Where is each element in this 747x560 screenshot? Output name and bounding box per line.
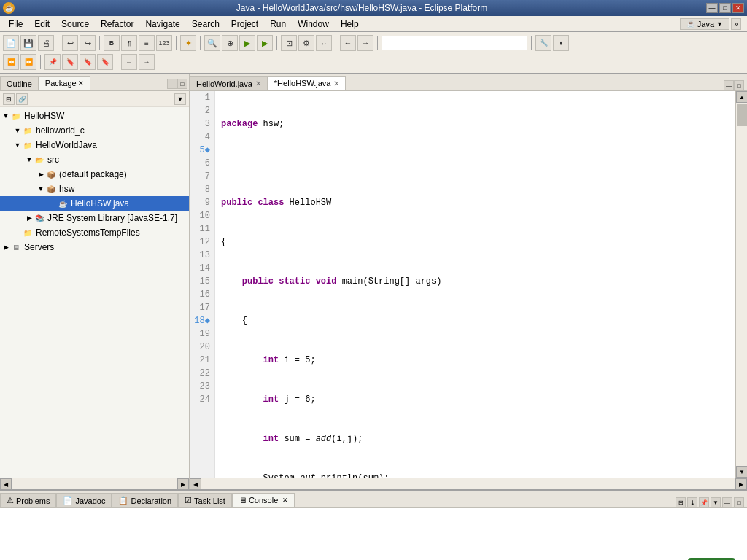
tb-ext[interactable]: ⊡: [281, 35, 297, 51]
sidebar-menu[interactable]: ▼: [174, 93, 186, 105]
bottom-opts-btn[interactable]: ▼: [711, 497, 721, 508]
console-tab-close[interactable]: ✕: [282, 497, 288, 504]
tb-opt1[interactable]: 🔧: [535, 35, 551, 51]
perspective-java[interactable]: ☕ Java ▼: [680, 18, 729, 30]
menu-project[interactable]: Project: [225, 18, 264, 31]
bottom-max-btn[interactable]: □: [734, 497, 744, 508]
tb-r2-6[interactable]: 🔖: [97, 54, 113, 70]
editor-tab-close-2[interactable]: ✕: [333, 79, 339, 88]
menu-file[interactable]: File: [3, 18, 28, 31]
package-icon: 📦: [45, 168, 57, 180]
menu-navigate[interactable]: Navigate: [139, 18, 185, 31]
menu-refactor[interactable]: Refactor: [95, 18, 139, 31]
editor-scroll-track-v[interactable]: [736, 103, 747, 466]
tb-save[interactable]: 💾: [20, 35, 36, 51]
menu-run[interactable]: Run: [264, 18, 292, 31]
perspective-menu[interactable]: »: [731, 18, 741, 30]
tb-run[interactable]: ▶: [257, 35, 273, 51]
tree-item-helloworld-c[interactable]: ▼ 📁 helloworld_c: [0, 123, 189, 138]
tb-redo[interactable]: ↪: [80, 35, 96, 51]
package-tab-close[interactable]: ✕: [78, 79, 84, 87]
editor-scroll-right[interactable]: ▶: [735, 478, 747, 489]
editor-hscroll-track[interactable]: [201, 478, 735, 489]
bottom-tab-javadoc[interactable]: 📄 Javadoc: [56, 493, 112, 508]
tree-item-hellohsw-java[interactable]: ☕ HelloHSW.java: [0, 196, 189, 211]
bottom-clear-btn[interactable]: ⊟: [676, 497, 686, 508]
line-numbers: 1 2 3 4 5◆ 6 7 8 9 10 11 12 13 14 15 16: [190, 91, 215, 478]
minimize-button[interactable]: —: [706, 3, 718, 13]
tb-runconfig[interactable]: ▶: [239, 35, 255, 51]
tree-item-helloworldjava[interactable]: ▼ 📁 HelloWorldJava: [0, 138, 189, 152]
tb-b1[interactable]: B: [104, 35, 120, 51]
tree-item-hsw[interactable]: ▼ 📦 hsw: [0, 182, 189, 196]
editor-scroll-up[interactable]: ▲: [736, 91, 747, 103]
tree-item-servers[interactable]: ▶ 🖥 Servers: [0, 240, 189, 254]
tree-item-src[interactable]: ▼ 📂 src: [0, 152, 189, 167]
sidebar-scroll-right[interactable]: ▶: [177, 478, 189, 489]
tb-print[interactable]: 🖨: [38, 35, 54, 51]
code-line-1: package hsw;: [221, 117, 735, 131]
code-editor[interactable]: 1 2 3 4 5◆ 6 7 8 9 10 11 12 13 14 15 16: [190, 91, 747, 478]
menu-source[interactable]: Source: [55, 18, 95, 31]
tb-mark[interactable]: ✦: [180, 35, 196, 51]
tab-package[interactable]: Package ✕: [39, 76, 90, 90]
bottom-tab-console[interactable]: 🖥 Console ✕: [232, 493, 295, 508]
tb-r2-5[interactable]: 🔖: [80, 54, 96, 70]
sidebar-hscrollbar[interactable]: ◀ ▶: [0, 478, 189, 489]
tb-ext3[interactable]: ↔: [316, 35, 332, 51]
sidebar-collapse-all[interactable]: ⊟: [3, 93, 15, 105]
sidebar-scroll-track[interactable]: [12, 478, 177, 489]
tree-item-hellohsw[interactable]: ▼ 📁 HelloHSW: [0, 109, 189, 123]
editor-tab-close-1[interactable]: ✕: [255, 79, 261, 88]
tab-hellohsw-java[interactable]: *HelloHSW.java ✕: [268, 76, 347, 90]
tb-search[interactable]: 🔍: [204, 35, 220, 51]
tb-r2-1[interactable]: ⏪: [3, 54, 19, 70]
bottom-pin-btn[interactable]: 📌: [699, 497, 709, 508]
tb-r2-3[interactable]: 📌: [44, 54, 61, 70]
tree-item-default-pkg[interactable]: ▶ 📦 (default package): [0, 167, 189, 182]
bottom-scroll-end[interactable]: ⤓: [687, 497, 697, 508]
tree-item-jre[interactable]: ▶ 📚 JRE System Library [JavaSE-1.7]: [0, 211, 189, 225]
editor-hscrollbar[interactable]: ◀ ▶: [190, 478, 747, 489]
menu-help[interactable]: Help: [335, 18, 365, 31]
tb-opt2[interactable]: ♦: [553, 35, 569, 51]
tb-next[interactable]: →: [357, 35, 374, 51]
javadoc-label: Javadoc: [75, 497, 105, 505]
menu-edit[interactable]: Edit: [28, 18, 55, 31]
editor-min-btn[interactable]: —: [724, 80, 734, 90]
sidebar-max-btn[interactable]: □: [177, 79, 187, 89]
menu-search[interactable]: Search: [186, 18, 225, 31]
close-button[interactable]: ✕: [732, 3, 744, 13]
code-content[interactable]: package hsw; public class HelloHSW { pub…: [215, 91, 735, 478]
bottom-min-btn[interactable]: —: [722, 497, 732, 508]
tb-new[interactable]: 📄: [3, 35, 19, 51]
tb-ext2[interactable]: ⚙: [298, 35, 314, 51]
tb-r2-4[interactable]: 🔖: [62, 54, 78, 70]
tree-item-remote[interactable]: 📁 RemoteSystemsTempFiles: [0, 225, 189, 240]
editor-max-btn[interactable]: □: [734, 80, 744, 90]
tb-r2-8[interactable]: →: [139, 54, 155, 70]
sidebar-min-btn[interactable]: —: [167, 79, 177, 89]
bottom-tab-declaration[interactable]: 📋 Declaration: [112, 493, 178, 508]
search-toolbar-input[interactable]: [382, 36, 527, 50]
editor-scroll-down[interactable]: ▼: [736, 466, 747, 478]
editor-vscrollbar[interactable]: ▲ ▼: [735, 91, 747, 478]
editor-scroll-thumb[interactable]: [737, 104, 747, 126]
sidebar-link-editor[interactable]: 🔗: [16, 93, 28, 105]
tab-outline[interactable]: Outline: [0, 76, 39, 90]
tb-num[interactable]: 123: [156, 35, 172, 51]
tb-r2-2[interactable]: ⏩: [20, 54, 36, 70]
tb-undo[interactable]: ↩: [62, 35, 78, 51]
menu-window[interactable]: Window: [292, 18, 335, 31]
tb-prev[interactable]: ←: [340, 35, 356, 51]
sidebar-scroll-left[interactable]: ◀: [0, 478, 12, 489]
tb-b2[interactable]: ¶: [121, 35, 137, 51]
bottom-tab-tasklist[interactable]: ☑ Task List: [178, 493, 232, 508]
tab-helloworld-java[interactable]: HelloWorld.java ✕: [190, 76, 268, 90]
tb-r2-7[interactable]: ←: [121, 54, 137, 70]
tb-target[interactable]: ⊕: [222, 35, 238, 51]
tb-b3[interactable]: ≡: [139, 35, 155, 51]
editor-scroll-left[interactable]: ◀: [190, 478, 201, 489]
maximize-button[interactable]: □: [719, 3, 731, 13]
bottom-tab-problems[interactable]: ⚠ Problems: [0, 493, 56, 508]
